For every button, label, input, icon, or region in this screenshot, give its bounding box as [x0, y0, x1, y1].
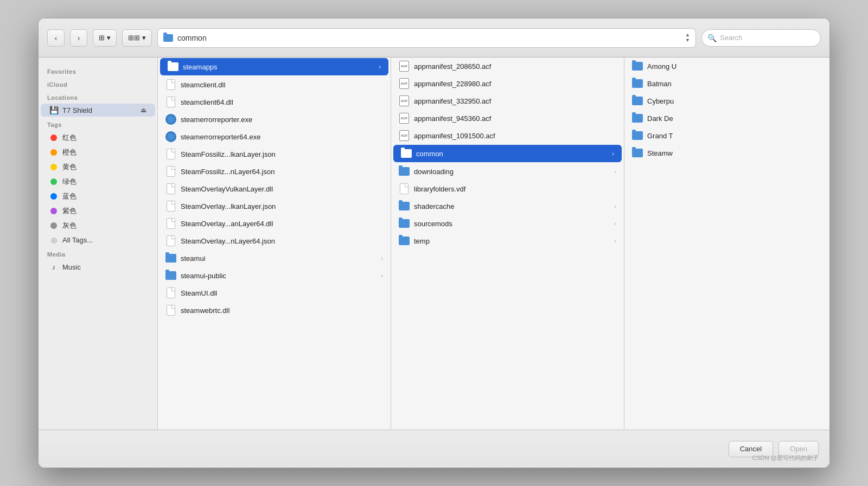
gray-dot-icon: [49, 221, 58, 230]
column-3: Among U Batman Cyberpu Dark De Grand T: [624, 57, 829, 430]
list-item[interactable]: sourcemods ›: [391, 215, 624, 232]
file-name: steamclient64.dll: [181, 98, 383, 106]
doc-icon: [165, 235, 176, 246]
file-name: temp: [414, 237, 610, 245]
grid-view-button[interactable]: ⊞⊞ ▾: [122, 29, 152, 47]
list-item[interactable]: steamui ›: [158, 250, 391, 267]
list-item[interactable]: ACF appmanifest_332950.acf: [391, 92, 624, 110]
list-item[interactable]: Steamw: [624, 144, 829, 162]
column-2: ACF appmanifest_208650.acf ACF appmanife…: [391, 57, 624, 430]
list-item[interactable]: temp ›: [391, 232, 624, 250]
sidebar-item-red[interactable]: 红色: [41, 131, 155, 145]
sidebar-item-green[interactable]: 绿色: [41, 175, 155, 189]
sidebar-item-purple[interactable]: 紫色: [41, 204, 155, 218]
chevron-icon: ›: [614, 220, 616, 227]
folder-icon: [165, 253, 176, 264]
list-item[interactable]: steamapps ›: [160, 58, 388, 75]
file-columns: steamapps › steamclient.dll steamclient6…: [158, 57, 829, 430]
column-1: steamapps › steamclient.dll steamclient6…: [158, 57, 391, 430]
file-name: common: [416, 150, 608, 158]
file-name: Dark De: [647, 114, 822, 123]
forward-button[interactable]: ›: [70, 29, 87, 47]
list-item[interactable]: Batman: [624, 75, 829, 92]
path-folder-icon: [163, 34, 173, 42]
search-box[interactable]: 🔍 Search: [701, 29, 821, 47]
list-item[interactable]: ACF appmanifest_1091500.acf: [391, 127, 624, 144]
search-placeholder: Search: [720, 34, 742, 42]
list-item[interactable]: steamui-public ›: [158, 267, 391, 284]
folder-icon: [168, 61, 178, 72]
chevron-icon: ›: [379, 63, 381, 70]
list-item[interactable]: SteamFossiliz...nLayer64.json: [158, 163, 391, 180]
list-item[interactable]: ACF appmanifest_945360.acf: [391, 110, 624, 127]
hdd-icon: 💾: [49, 106, 58, 114]
list-item[interactable]: steamerrorreporter.exe: [158, 111, 391, 128]
sidebar-item-blue[interactable]: 蓝色: [41, 189, 155, 203]
folder-icon: [632, 78, 643, 89]
list-item[interactable]: SteamOverlay...anLayer64.dll: [158, 215, 391, 232]
back-button[interactable]: ‹: [47, 29, 65, 47]
watermark-text: CSDN @爱写代码的刷子: [752, 454, 819, 462]
list-item[interactable]: ACF appmanifest_228980.acf: [391, 75, 624, 92]
steam-exe-icon: [165, 114, 176, 125]
list-item[interactable]: steamclient64.dll: [158, 93, 391, 111]
column-view-button[interactable]: ⊞ ▾: [93, 29, 117, 47]
file-name: appmanifest_208650.acf: [414, 62, 616, 71]
doc-icon: [165, 97, 176, 107]
list-item[interactable]: downloading ›: [391, 163, 624, 180]
list-item[interactable]: steamwebrtc.dll: [158, 302, 391, 319]
file-name: steamui-public: [181, 272, 376, 280]
sidebar-item-music[interactable]: ♪ Music: [41, 260, 155, 273]
file-name: steamclient.dll: [181, 81, 383, 89]
file-name: SteamOverlay...nLayer64.json: [181, 237, 383, 245]
green-dot-icon: [49, 177, 58, 186]
sidebar-item-t7-label: T7 Shield: [62, 106, 92, 114]
list-item[interactable]: libraryfolders.vdf: [391, 180, 624, 197]
doc-icon: [165, 305, 176, 316]
file-name: steamerrorreporter64.exe: [181, 133, 383, 141]
bottom-bar: Cancel Open CSDN @爱写代码的刷子: [39, 430, 829, 468]
eject-button[interactable]: ⏏: [141, 106, 146, 114]
list-item[interactable]: Among U: [624, 57, 829, 75]
list-item[interactable]: Dark De: [624, 110, 829, 127]
blue-dot-icon: [49, 192, 58, 201]
sidebar-section-favorites: Favorites: [39, 64, 157, 77]
list-item[interactable]: SteamOverlay...nLayer64.json: [158, 232, 391, 250]
file-name: shadercache: [414, 202, 610, 210]
folder-icon: [399, 218, 410, 229]
file-name: Among U: [647, 62, 822, 71]
list-item[interactable]: SteamFossiliz...lkanLayer.json: [158, 145, 391, 163]
list-item[interactable]: shadercache ›: [391, 197, 624, 215]
list-item[interactable]: SteamUI.dll: [158, 284, 391, 302]
sidebar-section-media: Media: [39, 247, 157, 260]
chevron-icon: ›: [381, 255, 383, 261]
sidebar-item-t7-shield[interactable]: 💾 T7 Shield ⏏: [41, 104, 155, 117]
list-item[interactable]: steamerrorreporter64.exe: [158, 128, 391, 145]
file-name: Batman: [647, 80, 822, 88]
file-name: downloading: [414, 168, 610, 176]
sidebar-item-yellow[interactable]: 黄色: [41, 160, 155, 174]
sidebar-item-all-tags[interactable]: ◎ All Tags...: [41, 233, 155, 246]
list-item[interactable]: Cyberpu: [624, 92, 829, 110]
doc-icon: [165, 79, 176, 90]
doc-icon: [165, 166, 176, 177]
list-item[interactable]: common ›: [393, 145, 622, 162]
sidebar-item-orange[interactable]: 橙色: [41, 145, 155, 159]
doc-icon: [165, 201, 176, 212]
column-view-chevron: ▾: [107, 34, 111, 42]
steam-exe-icon: [165, 131, 176, 142]
folder-icon: [399, 235, 410, 246]
acf-icon: ACF: [399, 61, 410, 72]
path-bar[interactable]: common ▲ ▼: [157, 28, 696, 48]
list-item[interactable]: SteamOverlay...lkanLayer.json: [158, 197, 391, 215]
path-stepper[interactable]: ▲ ▼: [685, 33, 690, 43]
list-item[interactable]: Grand T: [624, 127, 829, 144]
folder-selected-icon: [401, 148, 412, 159]
list-item[interactable]: ACF appmanifest_208650.acf: [391, 57, 624, 75]
sidebar-item-gray[interactable]: 灰色: [41, 219, 155, 233]
file-name: steamerrorreporter.exe: [181, 116, 383, 124]
sidebar-section-icloud: iCloud: [39, 77, 157, 90]
list-item[interactable]: steamclient.dll: [158, 76, 391, 93]
main-content: Favorites iCloud Locations 💾 T7 Shield ⏏…: [39, 57, 829, 430]
list-item[interactable]: SteamOverlayVulkanLayer.dll: [158, 180, 391, 197]
